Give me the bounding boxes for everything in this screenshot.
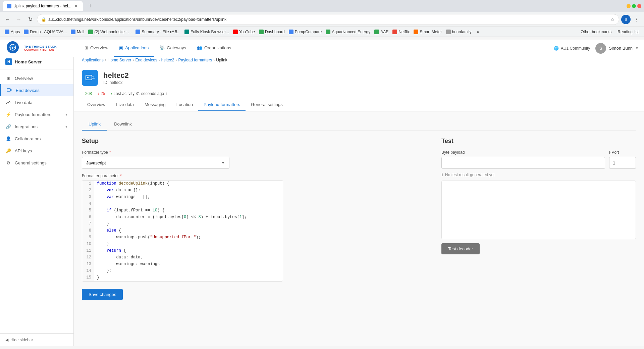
forward-button[interactable]: → [14, 15, 23, 24]
sidebar-integrations-label: Integrations [15, 124, 61, 129]
device-header: heltec2 ID: heltec2 [74, 66, 644, 90]
collaborators-sidebar-icon: 👤 [5, 136, 11, 142]
breadcrumb-applications[interactable]: Applications [82, 58, 104, 62]
save-changes-button[interactable]: Save changes [82, 289, 123, 300]
browser-tab-active[interactable]: Uplink payload formatters - hel... ✕ [3, 1, 83, 11]
sidebar-item-general-settings[interactable]: ⚙ General settings [0, 157, 73, 169]
profile-icon[interactable]: S [621, 15, 631, 24]
integrations-expand-icon: ▼ [65, 125, 68, 129]
test-inputs-row: Byte payload FPort [441, 150, 636, 169]
tab-overview[interactable]: Overview [82, 99, 111, 111]
device-tabs: Overview Live data Messaging Location Pa… [74, 99, 644, 111]
info-icon[interactable]: ℹ [165, 91, 167, 96]
settings-icon[interactable]: ⋮ [632, 15, 641, 24]
bookmark-dashboard[interactable]: Dashboard [257, 29, 287, 35]
sidebar-item-end-devices[interactable]: End devices [0, 84, 73, 96]
formatter-parameter-group: Formatter parameter * 1 function decodeU… [82, 173, 433, 282]
nav-link-overview[interactable]: ⊞ Overview [79, 40, 114, 57]
breadcrumb-heltec2[interactable]: heltec2 [161, 58, 174, 62]
nav-link-organizations[interactable]: 👥 Organizations [192, 40, 236, 57]
fport-group: FPort [609, 150, 636, 169]
bookmark-apps[interactable]: Apps [3, 29, 22, 35]
breadcrumb-sep-1: › [105, 58, 106, 62]
community-badge: 🌐 AU1 Community [554, 46, 590, 51]
sidebar-item-collaborators[interactable]: 👤 Collaborators [0, 133, 73, 145]
organizations-nav-label: Organizations [204, 45, 231, 50]
breadcrumb-payload-formatters[interactable]: Payload formatters [178, 58, 212, 62]
back-button[interactable]: ← [3, 15, 12, 24]
device-icon [82, 70, 98, 86]
sidebar-item-payload-formatters[interactable]: ⚡ Payload formatters ▼ [0, 108, 73, 120]
close-tab-icon[interactable]: ✕ [73, 3, 79, 9]
minimize-button[interactable] [627, 4, 631, 8]
sidebar-item-live-data[interactable]: Live data [0, 96, 73, 108]
sidebar-general-settings-label: General settings [15, 160, 47, 165]
sidebar-payload-label: Payload formatters [15, 112, 61, 117]
address-bar[interactable]: 🔒 au1.cloud.thethings.network/console/ap… [37, 14, 619, 25]
byte-payload-group: Byte payload [441, 150, 605, 169]
test-decoder-button[interactable]: Test decoder [441, 243, 480, 254]
ttn-brand-text: THE THINGS STACK Community Edition [24, 45, 57, 52]
top-nav-links: ⊞ Overview ▣ Applications 📡 Gateways 👥 O… [79, 40, 236, 57]
bookmark-webhook[interactable]: (2) Webhook.site - ... [86, 29, 133, 35]
tab-general-settings[interactable]: General settings [246, 99, 288, 111]
bookmark-kiosk[interactable]: Fully Kiosk Browser... [182, 29, 231, 35]
code-editor[interactable]: 1 function decodeUplink(input) { 2 var d… [82, 180, 283, 282]
subtab-downlink[interactable]: Downlink [107, 118, 139, 131]
sidebar-overview-label: Overview [15, 76, 33, 81]
gateways-nav-label: Gateways [167, 45, 186, 50]
bookmark-aae[interactable]: AAE [372, 29, 390, 35]
nav-link-gateways[interactable]: 📡 Gateways [154, 40, 192, 57]
sidebar-collaborators-label: Collaborators [15, 136, 41, 141]
bookmark-demo[interactable]: Demo - AQUADVA... [22, 29, 69, 35]
byte-payload-input[interactable] [441, 157, 605, 169]
formatter-type-select[interactable]: Javascript ▼ [82, 157, 229, 169]
tab-live-data[interactable]: Live data [111, 99, 139, 111]
bookmark-bunnfamily[interactable]: bunnfamily [444, 29, 474, 35]
bookmark-smartmeter[interactable]: Smart Meter [412, 29, 444, 35]
sidebar-item-api-keys[interactable]: 🔑 API keys [0, 145, 73, 157]
down-count: 25 [101, 91, 105, 96]
breadcrumb-sep-4: › [175, 58, 177, 62]
user-dropdown[interactable]: S Simon Bunn ▼ [595, 43, 639, 54]
fport-label: FPort [609, 150, 636, 155]
breadcrumb-home-server[interactable]: Home Server [108, 58, 131, 62]
new-tab-button[interactable]: + [86, 1, 95, 11]
lock-icon: 🔒 [41, 17, 46, 22]
bookmark-netflix[interactable]: Netflix [390, 29, 412, 35]
bookmark-star-icon[interactable]: ☆ [610, 17, 615, 22]
sidebar-live-data-label: Live data [15, 100, 33, 105]
bookmark-aquadvanced[interactable]: Aquadvanced Energy [324, 29, 372, 35]
close-button[interactable] [637, 4, 641, 8]
sidebar-nav: ⊞ Overview End devices Live data ⚡ [0, 69, 73, 333]
bookmark-reading-list[interactable]: Reading list [615, 29, 641, 35]
bookmark-more[interactable]: » [475, 29, 481, 35]
extensions-area: S ⋮ [621, 15, 641, 24]
breadcrumb-end-devices[interactable]: End devices [135, 58, 157, 62]
bookmark-mail[interactable]: Mail [69, 29, 86, 35]
main-content: Applications › Home Server › End devices… [74, 54, 644, 346]
activity-info: ● Last activity 31 seconds ago ℹ [110, 91, 167, 96]
tab-location[interactable]: Location [171, 99, 198, 111]
ttn-brand-edition: Community Edition [24, 48, 57, 51]
sidebar-item-integrations[interactable]: 🔗 Integrations ▼ [0, 120, 73, 133]
fport-input[interactable] [609, 157, 636, 169]
device-name: heltec2 [103, 71, 129, 81]
general-settings-sidebar-icon: ⚙ [5, 160, 11, 166]
svg-point-4 [87, 77, 89, 78]
bookmark-summary[interactable]: Summary - File nº 5... [133, 29, 182, 35]
bookmark-youtube[interactable]: YouTube [231, 29, 257, 35]
bookmark-other[interactable]: Other bookmarks [578, 29, 614, 35]
reload-button[interactable]: ↻ [25, 15, 35, 24]
device-id: ID: heltec2 [103, 80, 129, 85]
nav-link-applications[interactable]: ▣ Applications [114, 40, 154, 57]
user-dropdown-chevron-icon: ▼ [635, 46, 639, 50]
hide-sidebar-button[interactable]: ◀ Hide sidebar [0, 333, 73, 346]
maximize-button[interactable] [632, 4, 636, 8]
sidebar-item-overview[interactable]: ⊞ Overview [0, 72, 73, 84]
tab-payload-formatters[interactable]: Payload formatters [198, 99, 246, 111]
sidebar-api-keys-label: API keys [15, 148, 32, 153]
bookmark-pumpcompare[interactable]: PumpCompare [287, 29, 324, 35]
subtab-uplink[interactable]: Uplink [82, 118, 107, 131]
tab-messaging[interactable]: Messaging [139, 99, 171, 111]
